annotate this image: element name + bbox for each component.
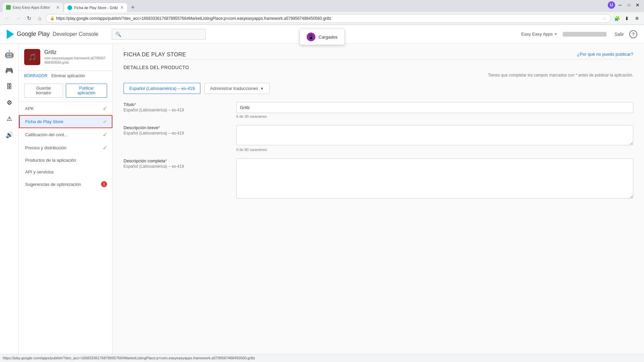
language-button[interactable]: Español (Latinoamérica) – es-419 bbox=[123, 83, 200, 94]
titulo-input[interactable] bbox=[236, 102, 633, 113]
dropdown-arrow-icon: ▼ bbox=[554, 32, 557, 36]
sidebar-icon-db[interactable]: 🗄 bbox=[3, 80, 16, 93]
nav-item-precios[interactable]: Precios y distribución ✓ bbox=[19, 141, 112, 154]
why-cant-publish-link[interactable]: ¿Por qué no puedo publicar? bbox=[577, 52, 633, 57]
tab2-title: Ficha de Play Store - Grillz bbox=[74, 6, 118, 10]
descripcion-breve-input[interactable] bbox=[236, 125, 633, 145]
status-bar: https://play.google.com/apps/publish/?de… bbox=[0, 354, 644, 361]
descripcion-completa-label: Descripción completa* bbox=[123, 158, 231, 163]
uploaded-badge-label: Cargados bbox=[318, 35, 337, 40]
nav-ficha-label: Ficha de Play Store bbox=[25, 119, 63, 124]
translations-dropdown-icon: ▼ bbox=[260, 87, 264, 91]
nav-item-api[interactable]: API y servicios bbox=[19, 166, 112, 178]
sidebar-icon-android[interactable]: 🤖 bbox=[3, 48, 16, 61]
back-button[interactable]: ← bbox=[3, 14, 12, 23]
refresh-button[interactable]: ↻ bbox=[24, 14, 34, 23]
delete-app-link[interactable]: Eliminar aplicación bbox=[51, 73, 85, 78]
nav-api-label: API y servicios bbox=[25, 169, 54, 174]
settings-icon[interactable]: ≡ bbox=[633, 14, 641, 23]
nav-apk-label: APK bbox=[25, 106, 34, 111]
user-profile-icon[interactable]: U bbox=[608, 1, 615, 9]
salir-button[interactable]: Salir bbox=[614, 32, 624, 37]
extension-icon-2[interactable]: ⬇ bbox=[623, 14, 631, 23]
account-name: Easy Easy Apps bbox=[521, 32, 553, 37]
nav-ficha-check-empty: ✓ bbox=[103, 118, 107, 125]
descripcion-completa-sublabel: Español (Latinoamérica) – es-419 bbox=[123, 164, 231, 169]
sidebar-icon-audio[interactable]: 🔊 bbox=[3, 128, 16, 142]
tab2-close[interactable]: ✕ bbox=[120, 5, 124, 10]
descripcion-completa-input[interactable] bbox=[236, 158, 633, 199]
console-title: Developer Console bbox=[53, 31, 98, 37]
sidebar-icon-warning[interactable]: ⚠ bbox=[3, 112, 16, 125]
account-dropdown[interactable]: Easy Easy Apps ▼ bbox=[521, 32, 557, 37]
tab1-title: Easy Easy Apps Editor bbox=[13, 5, 54, 9]
blurred-account bbox=[563, 32, 606, 37]
publish-app-button[interactable]: Publicar aplicación bbox=[66, 84, 107, 98]
manage-translations-button[interactable]: Administrar traducciones ▼ bbox=[204, 83, 269, 94]
address-bar[interactable]: 🔒 https://play.google.com/apps/publish/?… bbox=[46, 14, 611, 23]
minimize-button[interactable]: ─ bbox=[616, 1, 624, 9]
close-button[interactable]: ✕ bbox=[634, 1, 641, 9]
new-tab-button[interactable]: + bbox=[128, 3, 138, 12]
play-logo: Google Play Developer Console bbox=[7, 30, 98, 39]
header-search[interactable]: 🔍 bbox=[112, 29, 206, 40]
browser-tab-2[interactable]: Ficha de Play Store - Grillz ✕ bbox=[64, 3, 128, 12]
app-icon: 🎵 bbox=[24, 49, 40, 65]
browser-tab-1[interactable]: Easy Easy Apps Editor ✕ bbox=[3, 3, 63, 12]
manage-translations-label: Administrar traducciones bbox=[210, 86, 258, 91]
nav-items: APK ✓ Ficha de Play Store ✓ Calificación… bbox=[19, 102, 112, 191]
titulo-char-count: 6 de 30 caracteres bbox=[236, 114, 633, 118]
nav-item-calificacion[interactable]: Calificación del cont... ✓ bbox=[19, 128, 112, 141]
sidebar-icon-game[interactable]: 🎮 bbox=[3, 64, 16, 77]
titulo-label: Título* bbox=[123, 102, 231, 107]
nav-item-productos[interactable]: Productos de la aplicación bbox=[19, 154, 112, 166]
nav-item-sugerencias[interactable]: Sugerencias de optimización 1 bbox=[19, 178, 112, 191]
nav-precios-label: Precios y distribución bbox=[25, 145, 66, 150]
help-icon[interactable]: ? bbox=[629, 30, 637, 38]
bookmark-icon[interactable]: ☆ bbox=[602, 16, 607, 21]
page-title: FICHA DE PLAY STORE bbox=[123, 52, 186, 58]
extension-icon-1[interactable]: 🧩 bbox=[612, 14, 621, 23]
uploaded-badge: 📱 Cargados bbox=[299, 29, 344, 45]
forward-button[interactable]: → bbox=[13, 14, 23, 23]
nav-calificacion-check: ✓ bbox=[103, 132, 107, 138]
section-subtitle: DETALLES DEL PRODUCTO bbox=[123, 65, 633, 70]
app-package: com.easyeasyapps.framework.a579956748845… bbox=[44, 56, 107, 65]
info-text: Tienes que completar los campos marcados… bbox=[123, 73, 633, 77]
nav-productos-label: Productos de la aplicación bbox=[25, 158, 76, 163]
sidebar-icons: 🤖 🎮 🗄 ⚙ ⚠ 🔊 bbox=[0, 44, 19, 354]
sugerencias-badge: 1 bbox=[101, 181, 107, 187]
nav-precios-check: ✓ bbox=[103, 145, 107, 151]
descripcion-breve-label: Descripción breve* bbox=[123, 125, 231, 130]
borrador-status: BORRADOR bbox=[24, 73, 47, 78]
app-name: Grillz bbox=[44, 49, 107, 55]
address-text: https://play.google.com/apps/publish/?de… bbox=[56, 16, 601, 21]
tab2-favicon bbox=[67, 5, 72, 10]
tab1-favicon bbox=[6, 5, 11, 10]
save-draft-button[interactable]: Guardar borrador bbox=[24, 84, 63, 98]
nav-apk-check: ✓ bbox=[103, 105, 107, 112]
lock-icon: 🔒 bbox=[50, 16, 55, 20]
search-input[interactable] bbox=[124, 32, 202, 37]
tab1-close[interactable]: ✕ bbox=[56, 5, 60, 10]
sidebar-icon-gear[interactable]: ⚙ bbox=[3, 96, 16, 109]
nav-item-apk[interactable]: APK ✓ bbox=[19, 102, 112, 115]
nav-sugerencias-label: Sugerencias de optimización bbox=[25, 182, 81, 187]
nav-item-ficha[interactable]: Ficha de Play Store ✓ bbox=[19, 115, 112, 128]
descripcion-breve-char-count: 0 de 80 caracteres bbox=[236, 148, 633, 152]
descripcion-breve-sublabel: Español (Latinoamérica) – es-419 bbox=[123, 131, 231, 136]
search-icon: 🔍 bbox=[115, 32, 121, 37]
titulo-sublabel: Español (Latinoamérica) – es-419 bbox=[123, 108, 231, 112]
home-button[interactable]: ⌂ bbox=[35, 14, 44, 23]
maximize-button[interactable]: □ bbox=[625, 1, 633, 9]
play-triangle-icon bbox=[7, 30, 14, 39]
content-area: FICHA DE PLAY STORE ¿Por qué no puedo pu… bbox=[113, 44, 644, 354]
status-url: https://play.google.com/apps/publish/?de… bbox=[3, 356, 255, 360]
nav-calificacion-label: Calificación del cont... bbox=[25, 132, 67, 137]
logo-text: Google Play Developer Console bbox=[17, 31, 98, 38]
app-nav-panel: 🎵 Grillz com.easyeasyapps.framework.a579… bbox=[19, 44, 113, 354]
